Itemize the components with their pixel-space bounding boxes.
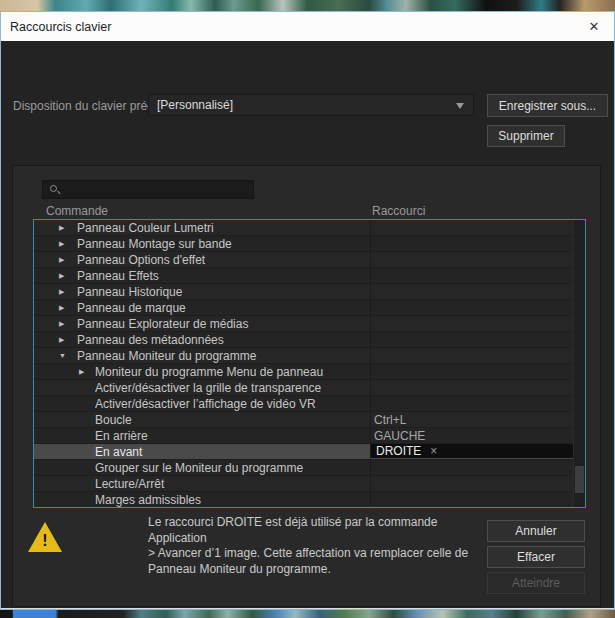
screen: Raccourcis clavier ✕ Disposition du clav… xyxy=(0,0,615,618)
search-icon xyxy=(50,185,57,192)
table-row[interactable]: ▶Moniteur du programme Menu de panneau xyxy=(34,364,573,380)
command-label: Lecture/Arrêt xyxy=(95,477,164,491)
vertical-scrollbar[interactable] xyxy=(573,220,585,507)
chevron-right-icon[interactable]: ▶ xyxy=(59,304,64,312)
preset-dropdown-value: [Personnalisé] xyxy=(157,98,233,112)
table-row[interactable]: En arrièreGAUCHE xyxy=(34,428,573,444)
chevron-right-icon[interactable]: ▶ xyxy=(79,368,84,376)
warning-line: > Avancer d’1 image. Cette affectation v… xyxy=(148,546,493,562)
table-row[interactable]: En avantDROITE× xyxy=(34,444,573,460)
command-label: Panneau de marque xyxy=(77,301,186,315)
table-row[interactable]: ▶Panneau de marque xyxy=(34,300,573,316)
save-as-button[interactable]: Enregistrer sous... xyxy=(487,94,608,117)
chevron-down-icon xyxy=(456,103,464,109)
dialog-title: Raccourcis clavier xyxy=(10,20,111,34)
command-label: En avant xyxy=(95,445,142,459)
scrollbar-thumb[interactable] xyxy=(575,466,584,493)
close-icon[interactable]: ✕ xyxy=(579,12,609,41)
shortcuts-table: ▶Panneau Couleur Lumetri▶Panneau Montage… xyxy=(33,219,586,508)
table-row[interactable]: ▶Panneau Explorateur de médias xyxy=(34,316,573,332)
goto-button: Atteindre xyxy=(487,572,585,594)
chevron-right-icon[interactable]: ▶ xyxy=(59,336,64,344)
shortcut-value: Ctrl+L xyxy=(374,413,406,427)
command-label: Panneau Couleur Lumetri xyxy=(77,221,214,235)
table-row[interactable]: ▶Panneau des métadonnées xyxy=(34,332,573,348)
table-rows-container: ▶Panneau Couleur Lumetri▶Panneau Montage… xyxy=(34,220,573,508)
command-label: Moniteur du programme Menu de panneau xyxy=(95,365,323,379)
dialog-titlebar: Raccourcis clavier ✕ xyxy=(0,12,615,41)
shortcut-edit-box[interactable]: DROITE× xyxy=(371,444,573,458)
remove-shortcut-icon[interactable]: × xyxy=(430,444,437,458)
command-label: Panneau Explorateur de médias xyxy=(77,317,248,331)
chevron-down-icon[interactable]: ▼ xyxy=(59,352,66,360)
table-row[interactable]: Grouper sur le Moniteur du programme xyxy=(34,460,573,476)
command-label: Panneau Historique xyxy=(77,285,182,299)
chevron-right-icon[interactable]: ▶ xyxy=(59,320,64,328)
warning-line: Panneau Moniteur du programme. xyxy=(148,562,493,578)
search-input[interactable] xyxy=(42,180,254,199)
command-label: Boucle xyxy=(95,413,132,427)
chevron-right-icon[interactable]: ▶ xyxy=(59,256,64,264)
chevron-right-icon[interactable]: ▶ xyxy=(59,224,64,232)
warning-message: Le raccourci DROITE est déjà utilisé par… xyxy=(148,515,493,577)
command-label: Activer/désactiver l’affichage de vidéo … xyxy=(95,397,316,411)
chevron-right-icon[interactable]: ▶ xyxy=(59,240,64,248)
command-column-header: Commande xyxy=(46,204,108,218)
delete-preset-button[interactable]: Supprimer xyxy=(487,125,565,147)
table-row[interactable]: ▶Panneau Effets xyxy=(34,268,573,284)
table-row[interactable]: ▶Panneau Historique xyxy=(34,284,573,300)
column-divider xyxy=(370,220,371,507)
command-label: Panneau Effets xyxy=(77,269,159,283)
keyboard-shortcuts-dialog: Disposition du clavier préconfigurée : [… xyxy=(0,41,615,608)
table-row[interactable]: Activer/désactiver l’affichage de vidéo … xyxy=(34,396,573,412)
table-row[interactable]: ▶Panneau Montage sur bande xyxy=(34,236,573,252)
background-timeline-strip xyxy=(0,610,615,618)
preset-dropdown[interactable]: [Personnalisé] xyxy=(148,94,474,116)
shortcut-value: DROITE xyxy=(376,444,421,458)
warning-line: Le raccourci DROITE est déjà utilisé par… xyxy=(148,515,493,546)
command-label: Marges admissibles xyxy=(95,493,201,507)
command-label: Panneau des métadonnées xyxy=(77,333,224,347)
table-row[interactable]: Lecture/Arrêt xyxy=(34,476,573,492)
command-label: Grouper sur le Moniteur du programme xyxy=(95,461,303,475)
table-row[interactable]: Activer/désactiver la grille de transpar… xyxy=(34,380,573,396)
undo-shortcut-button[interactable]: Annuler xyxy=(487,520,585,542)
table-row[interactable]: Marges admissibles xyxy=(34,492,573,508)
chevron-right-icon[interactable]: ▶ xyxy=(59,272,64,280)
command-label: Panneau Options d'effet xyxy=(77,253,205,267)
command-label: Panneau Montage sur bande xyxy=(77,237,232,251)
table-row[interactable]: BoucleCtrl+L xyxy=(34,412,573,428)
table-row[interactable]: ▼Panneau Moniteur du programme xyxy=(34,348,573,364)
table-row[interactable]: ▶Panneau Couleur Lumetri xyxy=(34,220,573,236)
command-label: Panneau Moniteur du programme xyxy=(77,349,256,363)
chevron-right-icon[interactable]: ▶ xyxy=(59,288,64,296)
command-label: Activer/désactiver la grille de transpar… xyxy=(95,381,321,395)
table-row[interactable]: ▶Panneau Options d'effet xyxy=(34,252,573,268)
command-label: En arrière xyxy=(95,429,148,443)
shortcut-column-header: Raccourci xyxy=(372,204,425,218)
background-video-strip-top xyxy=(0,0,615,12)
clear-shortcut-button[interactable]: Effacer xyxy=(487,546,585,568)
shortcut-value: GAUCHE xyxy=(374,429,425,443)
